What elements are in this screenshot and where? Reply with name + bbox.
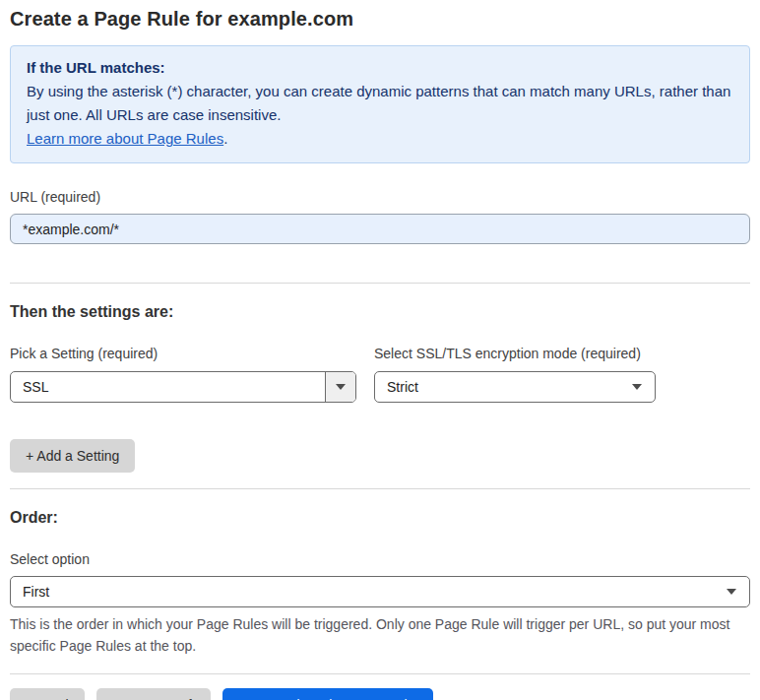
save-as-draft-button[interactable]: Save as Draft bbox=[96, 688, 212, 700]
cancel-button[interactable]: Cancel bbox=[10, 688, 85, 700]
learn-more-link[interactable]: Learn more about Page Rules bbox=[27, 130, 223, 147]
save-and-deploy-button[interactable]: Save and Deploy Page Rule bbox=[222, 688, 433, 700]
dropdown-caret-segment[interactable] bbox=[325, 372, 355, 402]
ssl-mode-picker-group: Select SSL/TLS encryption mode (required… bbox=[374, 345, 656, 403]
order-help-text: This is the order in which your Page Rul… bbox=[10, 613, 740, 657]
footer-actions: Cancel Save as Draft Save and Deploy Pag… bbox=[10, 688, 750, 700]
order-select-label: Select option bbox=[10, 550, 750, 568]
info-box-body: By using the asterisk (*) character, you… bbox=[27, 80, 733, 127]
divider bbox=[10, 673, 750, 674]
setting-picker-value: SSL bbox=[11, 379, 325, 395]
chevron-down-icon bbox=[632, 384, 642, 390]
settings-row: Pick a Setting (required) SSL Select SSL… bbox=[10, 345, 750, 403]
order-dropdown[interactable]: First bbox=[10, 576, 750, 607]
page-title: Create a Page Rule for example.com bbox=[10, 0, 750, 31]
url-input[interactable] bbox=[10, 214, 750, 244]
link-period: . bbox=[223, 130, 227, 147]
order-section-heading: Order: bbox=[10, 489, 750, 527]
setting-picker-label: Pick a Setting (required) bbox=[10, 345, 356, 362]
info-box-link-line: Learn more about Page Rules. bbox=[27, 127, 733, 151]
setting-picker-group: Pick a Setting (required) SSL bbox=[10, 345, 356, 403]
url-match-info-box: If the URL matches: By using the asteris… bbox=[10, 45, 750, 163]
order-value: First bbox=[11, 584, 727, 600]
chevron-down-icon bbox=[336, 384, 346, 390]
info-box-heading: If the URL matches: bbox=[27, 56, 733, 80]
setting-picker-dropdown[interactable]: SSL bbox=[10, 371, 356, 403]
url-field-label: URL (required) bbox=[10, 188, 750, 206]
ssl-mode-picker-label: Select SSL/TLS encryption mode (required… bbox=[374, 345, 656, 362]
ssl-mode-dropdown[interactable]: Strict bbox=[374, 371, 656, 403]
chevron-down-icon bbox=[727, 589, 736, 595]
page-rule-form: Create a Page Rule for example.com If th… bbox=[0, 0, 760, 700]
settings-section-heading: Then the settings are: bbox=[10, 284, 750, 321]
ssl-mode-value: Strict bbox=[375, 379, 632, 395]
add-setting-button[interactable]: + Add a Setting bbox=[10, 439, 135, 473]
